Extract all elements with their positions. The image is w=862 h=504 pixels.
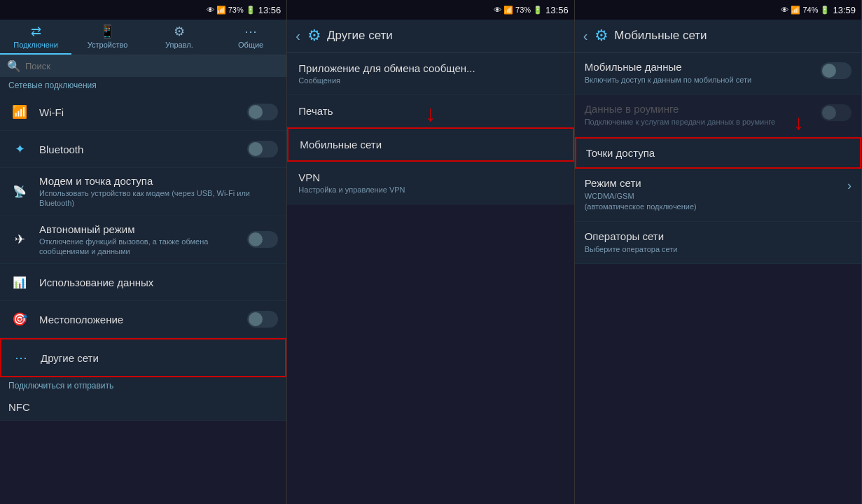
nfc-content: NFC [8, 401, 278, 413]
status-bar-2: 👁 📶 73% 🔋 13:56 [287, 0, 573, 20]
time-2: 13:56 [545, 5, 569, 15]
status-bar-3: 👁 📶 74% 🔋 13:59 [575, 0, 861, 20]
general-tab-icon: ⋯ [244, 24, 257, 39]
messaging-subtitle: Сообщения [298, 76, 562, 85]
print-title: Печать [298, 105, 562, 117]
right-item-accesspoints[interactable]: Точки доступа ↓ [575, 137, 861, 169]
location-title: Местоположение [39, 314, 247, 326]
location-toggle[interactable] [247, 311, 278, 328]
roaming-toggle[interactable] [821, 104, 851, 121]
networkmode-subtitle: WCDMA/GSM (автоматическое подключение) [585, 191, 842, 213]
bluetooth-toggle-knob [249, 142, 263, 156]
airplane-toggle[interactable] [247, 231, 278, 248]
back-arrow-2[interactable]: ‹ [296, 28, 300, 44]
datausage-title: Использование данных [39, 276, 278, 288]
settings-item-datausage[interactable]: 📊 Использование данных [0, 264, 286, 301]
settings-item-location[interactable]: 🎯 Местоположение [0, 301, 286, 338]
right-item-roaming[interactable]: Данные в роуминге Подключение к услугам … [575, 94, 861, 136]
settings-item-othernets[interactable]: ⋯ Другие сети [0, 338, 286, 377]
othernets-title: Другие сети [41, 352, 277, 364]
section-header-network: Сетевые подключения [0, 77, 286, 94]
roaming-title: Данные в роуминге [585, 103, 815, 115]
accesspoints-content: Точки доступа [586, 147, 850, 159]
airplane-content: Автономный режим Отключение функций вызо… [39, 223, 247, 257]
location-content: Местоположение [39, 314, 247, 326]
search-bar: 🔍 [0, 55, 286, 77]
status-icons-2: 👁 📶 73% 🔋 [494, 6, 543, 15]
right-item-networkmode[interactable]: Режим сети WCDMA/GSM (автоматическое под… [575, 169, 861, 222]
page-title-3: Мобильные сети [614, 29, 707, 43]
menu-item-messaging[interactable]: Приложение для обмена сообщен... Сообщен… [287, 52, 573, 95]
tab-bar: ⇄ Подключени 📱 Устройство ⚙ Управл. ⋯ Об… [0, 20, 286, 55]
networkmode-content: Режим сети WCDMA/GSM (автоматическое под… [585, 177, 842, 213]
tab-connections[interactable]: ⇄ Подключени [0, 20, 71, 55]
status-icons-3: 👁 📶 74% 🔋 [781, 6, 830, 15]
settings-item-modem[interactable]: 📡 Модем и точка доступа Использовать уст… [0, 168, 286, 216]
settings-item-bluetooth[interactable]: ✦ Bluetooth [0, 131, 286, 168]
wifi-icon: 📶 [8, 101, 31, 123]
tab-manage[interactable]: ⚙ Управл. [144, 20, 215, 55]
modem-subtitle: Использовать устройство как модем (через… [39, 188, 278, 209]
modem-title: Модем и точка доступа [39, 175, 278, 187]
panel-mobile-networks: 👁 📶 74% 🔋 13:59 ‹ ⚙ Мобильные сети Мобил… [575, 0, 862, 504]
page-title-2: Другие сети [327, 29, 393, 43]
status-bar-1: 👁 📶 73% 🔋 13:56 [0, 0, 286, 20]
airplane-icon: ✈ [8, 228, 31, 251]
settings-item-wifi[interactable]: 📶 Wi-Fi [0, 94, 286, 131]
section-header-connect: Подключиться и отправить [0, 377, 286, 394]
modem-icon: 📡 [8, 181, 31, 203]
tab-general[interactable]: ⋯ Общие [215, 20, 286, 55]
operators-title: Операторы сети [585, 230, 851, 242]
manage-tab-icon: ⚙ [174, 24, 185, 39]
menu-item-print[interactable]: Печать [287, 95, 573, 127]
location-toggle-knob [249, 312, 263, 326]
device-tab-icon: 📱 [99, 24, 115, 39]
gear-icon-2: ⚙ [307, 27, 321, 45]
tab-device[interactable]: 📱 Устройство [71, 20, 143, 55]
location-icon: 🎯 [8, 308, 31, 330]
right-item-mobiledata[interactable]: Мобильные данные Включить доступ к данны… [575, 52, 861, 94]
datausage-content: Использование данных [39, 276, 278, 288]
bluetooth-content: Bluetooth [39, 144, 247, 155]
mobiledata-toggle-knob [822, 64, 836, 78]
menu-item-vpn[interactable]: VPN Настройка и управление VPN [287, 162, 573, 204]
mobiledata-toggle[interactable] [821, 62, 851, 79]
vpn-title: VPN [298, 172, 562, 183]
wifi-toggle[interactable] [247, 104, 278, 120]
panel-connections: 👁 📶 73% 🔋 13:56 ⇄ Подключени 📱 Устройств… [0, 0, 287, 504]
networkmode-chevron: › [847, 178, 851, 193]
othernets-icon: ⋯ [10, 346, 32, 369]
roaming-content: Данные в роуминге Подключение к услугам … [585, 103, 815, 127]
operators-subtitle: Выберите оператора сети [585, 244, 851, 255]
mobiledata-subtitle: Включить доступ к данным по мобильной се… [585, 75, 815, 85]
page-header-2: ‹ ⚙ Другие сети [287, 20, 573, 52]
roaming-subtitle: Подключение к услугам передачи данных в … [585, 117, 815, 127]
wifi-content: Wi-Fi [39, 106, 247, 118]
accesspoints-title: Точки доступа [586, 147, 850, 159]
modem-content: Модем и точка доступа Использовать устро… [39, 175, 278, 209]
bluetooth-title: Bluetooth [39, 144, 247, 155]
page-header-3: ‹ ⚙ Мобильные сети [575, 20, 861, 52]
mobiledata-content: Мобильные данные Включить доступ к данны… [585, 61, 815, 85]
mobiledata-title: Мобильные данные [585, 61, 815, 73]
airplane-toggle-knob [249, 232, 263, 246]
back-arrow-3[interactable]: ‹ [583, 28, 588, 44]
vpn-subtitle: Настройка и управление VPN [298, 186, 562, 194]
othernets-content: Другие сети [41, 352, 277, 364]
time-3: 13:59 [833, 5, 856, 15]
airplane-title: Автономный режим [39, 223, 247, 235]
wifi-title: Wi-Fi [39, 106, 247, 118]
settings-item-nfc[interactable]: NFC [0, 394, 286, 421]
wifi-toggle-knob [249, 105, 263, 119]
operators-content: Операторы сети Выберите оператора сети [585, 230, 851, 255]
datausage-icon: 📊 [8, 271, 31, 293]
menu-item-mobilenets[interactable]: Мобильные сети ↓ [287, 127, 573, 162]
messaging-title: Приложение для обмена сообщен... [298, 62, 562, 74]
bluetooth-toggle[interactable] [247, 141, 278, 158]
mobilenets-title: Мобильные сети [300, 139, 561, 150]
right-item-operators[interactable]: Операторы сети Выберите оператора сети [575, 222, 861, 264]
search-input[interactable] [25, 61, 279, 71]
connections-tab-icon: ⇄ [31, 24, 41, 39]
settings-item-airplane[interactable]: ✈ Автономный режим Отключение функций вы… [0, 216, 286, 265]
gear-icon-3: ⚙ [595, 27, 609, 45]
